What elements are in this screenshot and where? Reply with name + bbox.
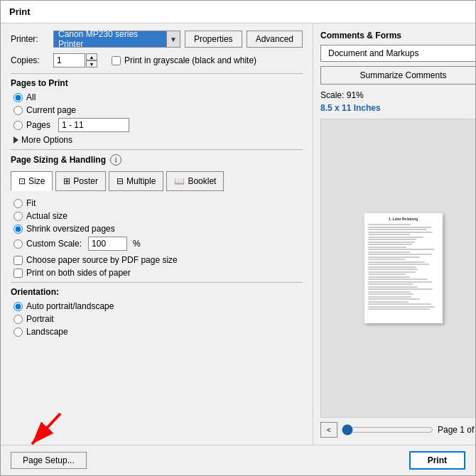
pages-to-print-title: Pages to Print [11,78,303,88]
radio-landscape[interactable] [13,328,23,337]
radio-all-label: All [26,92,36,102]
radio-pages[interactable] [13,121,23,130]
radio-fit-row: Fit [11,198,303,208]
preview-lines [368,224,439,310]
preview-text-line [368,229,427,230]
tab-poster[interactable]: ⊞ Poster [55,171,106,191]
properties-button[interactable]: Properties [185,31,242,48]
copies-up[interactable]: ▲ [86,53,97,60]
preview-text-line [368,261,425,263]
radio-auto[interactable] [13,302,23,311]
print-both-row: Print on both sides of paper [11,268,303,278]
divider-1 [11,73,303,74]
print-button[interactable]: Print [409,451,465,470]
comments-select[interactable]: Document and Markups [320,45,475,62]
page-sizing-header: Page Sizing & Handling i [11,154,303,166]
prev-page-button[interactable]: < [320,422,337,438]
page-slider[interactable] [342,424,433,436]
print-both-label: Print on both sides of paper [26,268,131,278]
preview-content: 1. Latar Belakang [364,213,443,323]
orientation-title: Orientation: [11,287,303,297]
preview-text-line [368,264,429,265]
dialog-content: Printer: Canon MP230 series Printer ▼ Pr… [1,23,475,445]
preview-text-line [368,247,406,248]
radio-shrink-row: Shrink oversized pages [11,224,303,234]
radio-shrink[interactable] [13,225,23,234]
preview-text-line [368,254,432,255]
info-icon[interactable]: i [110,154,121,166]
divider-3 [11,282,303,283]
grayscale-checkbox[interactable] [112,56,121,65]
radio-current[interactable] [13,106,23,115]
preview-text-line [368,239,416,240]
radio-custom-label: Custom Scale: [26,239,82,249]
choose-pdf-row: Choose paper source by PDF page size [11,255,303,265]
copies-label: Copies: [11,55,53,65]
scale-label: Scale: [320,90,344,100]
page-indicator: Page 1 of 11 [438,425,475,435]
tab-size-icon: ⊡ [18,176,26,186]
radio-actual-label: Actual size [26,211,67,221]
print-both-checkbox[interactable] [13,269,23,278]
choose-pdf-label: Choose paper source by PDF page size [26,255,178,265]
radio-auto-label: Auto portrait/landscape [26,301,114,311]
right-panel: Comments & Forms Document and Markups Su… [313,23,475,445]
radio-fit[interactable] [13,199,23,208]
printer-select-wrapper: Canon MP230 series Printer ▼ [53,31,180,48]
choose-pdf-checkbox[interactable] [13,256,23,265]
copies-spinner: ▲ ▼ [86,53,97,67]
percent-label: % [133,239,141,249]
paper-size: 8.5 x 11 Inches [320,103,475,113]
sizing-tabs: ⊡ Size ⊞ Poster ⊟ Multiple 📖 Booklet [11,171,303,191]
copies-down[interactable]: ▼ [86,60,97,67]
copies-row: Copies: ▲ ▼ Print in grayscale (black an… [11,53,303,67]
radio-fit-label: Fit [26,198,36,208]
printer-row: Printer: Canon MP230 series Printer ▼ Pr… [11,31,303,48]
pages-range-input[interactable] [58,118,129,132]
tab-size[interactable]: ⊡ Size [11,171,53,191]
radio-custom[interactable] [13,239,23,249]
scale-value: 91% [347,90,364,100]
preview-text-line [368,303,432,305]
tab-booklet[interactable]: 📖 Booklet [166,171,224,191]
printer-select-box[interactable]: Canon MP230 series Printer [53,31,180,48]
preview-text-line [368,242,415,243]
preview-text-line [368,283,414,285]
radio-landscape-row: Landscape [11,327,303,337]
tab-multiple[interactable]: ⊟ Multiple [109,171,163,191]
radio-actual[interactable] [13,212,23,221]
custom-scale-input[interactable] [88,237,127,251]
radio-portrait[interactable] [13,315,23,324]
preview-text-line [368,286,418,288]
preview-text-line [368,271,416,273]
preview-text-line [368,298,421,300]
print-dialog: Print Printer: Canon MP230 series Printe… [0,0,476,476]
preview-text-line [368,296,411,298]
preview-text-line [368,227,432,228]
grayscale-label: Print in grayscale (black and white) [124,55,256,65]
more-options-label: More Options [21,135,72,145]
page-setup-wrapper: Page Setup... [11,452,87,469]
preview-text-line [368,259,406,260]
grayscale-row: Print in grayscale (black and white) [112,55,256,65]
copies-input[interactable] [53,53,85,67]
page-sizing-title: Page Sizing & Handling [11,155,106,165]
radio-all[interactable] [13,93,23,102]
printer-value: Canon MP230 series Printer [58,29,163,49]
more-options-row[interactable]: More Options [11,135,303,145]
tab-multiple-label: Multiple [126,176,156,186]
more-options-arrow [13,136,18,144]
advanced-button[interactable]: Advanced [247,31,303,48]
page-setup-button[interactable]: Page Setup... [11,452,87,469]
radio-auto-row: Auto portrait/landscape [11,301,303,311]
radio-pages-row: Pages [11,118,303,132]
preview-text-line [368,278,428,280]
preview-text-line [368,288,433,290]
preview-text-line [368,256,421,258]
summarize-button[interactable]: Summarize Comments [320,66,475,85]
preview-text-line [368,237,423,238]
tab-booklet-label: Booklet [188,176,216,186]
printer-dropdown-arrow[interactable]: ▼ [166,31,180,48]
radio-actual-row: Actual size [11,211,303,221]
radio-pages-label: Pages [26,120,50,130]
